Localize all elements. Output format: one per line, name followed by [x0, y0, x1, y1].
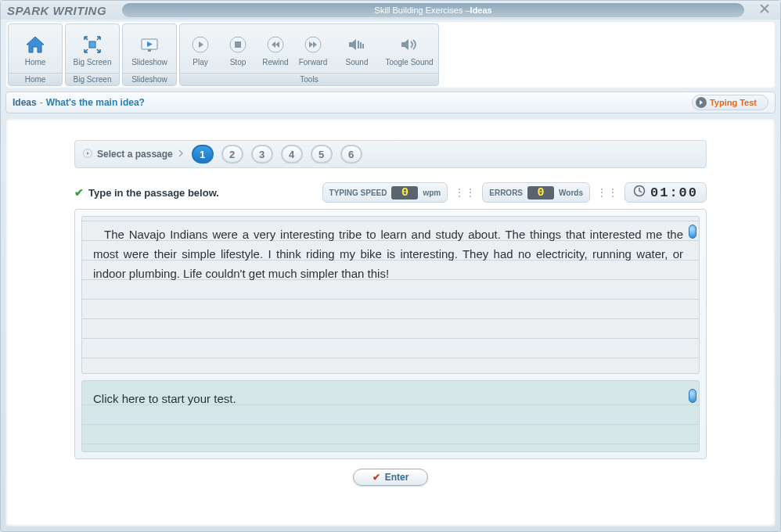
passage-panel: The Navajo Indians were a very interesti…: [81, 216, 700, 374]
toolbar: Home Home Big Screen Big Screen: [8, 23, 773, 86]
breadcrumb-question: What's the main idea?: [46, 97, 145, 108]
group-label-bigscreen: Big Screen: [66, 73, 119, 85]
chevron-right-icon: [178, 149, 184, 160]
group-label-home: Home: [9, 73, 62, 85]
app-title: SPARK WRITING: [7, 4, 106, 17]
typing-test-link[interactable]: Typing Test: [692, 95, 768, 110]
sound-label: Sound: [346, 58, 369, 66]
instruction-text: Type in the passage below.: [88, 187, 219, 199]
clock-icon: [633, 185, 646, 200]
slideshow-icon: [139, 34, 160, 56]
check-icon: ✔: [74, 186, 84, 199]
enter-row: ✔ Enter: [74, 469, 707, 486]
big-screen-button[interactable]: Big Screen: [67, 27, 117, 73]
stop-icon: [227, 34, 249, 56]
link-icon: ⋮⋮: [454, 186, 476, 199]
svg-rect-0: [89, 41, 95, 48]
group-label-slideshow: Slideshow: [123, 73, 176, 85]
home-button[interactable]: Home: [10, 27, 60, 73]
slideshow-label: Slideshow: [131, 58, 167, 66]
title-subtitle: Skill Building Exercises – Ideas: [122, 3, 744, 17]
instruction-row: ✔ Type in the passage below. TYPING SPEE…: [74, 182, 707, 203]
forward-icon: [302, 34, 324, 56]
selector-label: Select a passage: [97, 149, 173, 160]
panels-container: The Navajo Indians were a very interesti…: [74, 209, 707, 459]
breadcrumb-separator: -: [40, 97, 43, 108]
play-icon: [189, 34, 211, 56]
breadcrumb: Ideas - What's the main idea? Typing Tes…: [5, 92, 776, 113]
tool-group-bigscreen: Big Screen Big Screen: [65, 23, 120, 86]
rewind-label: Rewind: [262, 58, 288, 66]
scroll-handle-passage[interactable]: [689, 225, 696, 239]
play-button[interactable]: Play: [182, 27, 219, 73]
svg-rect-9: [360, 42, 362, 49]
sound-button[interactable]: Sound: [332, 27, 382, 73]
errors-label: ERRORS: [489, 189, 523, 197]
big-screen-label: Big Screen: [74, 58, 112, 66]
passage-num-2[interactable]: 2: [221, 145, 243, 164]
passage-num-5[interactable]: 5: [311, 145, 333, 164]
main-content: Select a passage 1 2 3 4 5 6 ✔ Type in t…: [5, 118, 776, 527]
forward-label: Forward: [299, 58, 328, 66]
link-icon-2: ⋮⋮: [596, 186, 618, 199]
toolbar-container: Home Home Big Screen Big Screen: [5, 21, 776, 88]
group-label-tools: Tools: [180, 73, 438, 85]
speed-unit: wpm: [423, 189, 441, 197]
slideshow-button[interactable]: Slideshow: [124, 27, 175, 73]
toggle-sound-icon: [398, 34, 420, 56]
scroll-handle-typing[interactable]: [689, 389, 696, 403]
toggle-sound-button[interactable]: Toogle Sound: [382, 27, 437, 73]
tool-group-slideshow: Slideshow Slideshow: [122, 23, 177, 86]
title-subtitle-topic: Ideas: [470, 5, 492, 15]
enter-check-icon: ✔: [373, 472, 380, 483]
passage-num-4[interactable]: 4: [281, 145, 303, 164]
typing-placeholder: Click here to start your test.: [93, 392, 236, 405]
typing-speed-box: TYPING SPEED 0 wpm: [322, 182, 448, 203]
passage-num-6[interactable]: 6: [340, 145, 362, 164]
fullscreen-icon: [81, 34, 103, 56]
svg-rect-10: [362, 44, 364, 49]
instruction: ✔ Type in the passage below.: [74, 186, 219, 199]
typing-test-label: Typing Test: [710, 98, 757, 107]
tool-group-home: Home Home: [8, 23, 63, 86]
sound-icon: [346, 34, 368, 56]
stats-cluster: TYPING SPEED 0 wpm ⋮⋮ ERRORS 0 Words ⋮⋮ …: [322, 182, 707, 203]
rewind-button[interactable]: Rewind: [257, 27, 294, 73]
breadcrumb-section: Ideas: [13, 97, 37, 108]
passage-text: The Navajo Indians were a very interesti…: [93, 228, 683, 280]
timer-value: 01:00: [650, 185, 698, 200]
close-icon[interactable]: [755, 2, 774, 19]
enter-button[interactable]: ✔ Enter: [353, 469, 429, 486]
svg-rect-2: [148, 49, 151, 52]
app-window: SPARK WRITING Skill Building Exercises –…: [0, 0, 781, 532]
errors-unit: Words: [559, 189, 583, 197]
forward-button[interactable]: Forward: [294, 27, 332, 73]
toggle-sound-label: Toogle Sound: [385, 58, 433, 66]
home-icon: [24, 34, 46, 56]
svg-rect-8: [358, 41, 359, 49]
home-label: Home: [25, 58, 46, 66]
speed-value: 0: [391, 186, 418, 200]
passage-num-1[interactable]: 1: [192, 145, 214, 164]
stop-button[interactable]: Stop: [219, 27, 257, 73]
selector-label-wrap: Select a passage: [83, 149, 184, 160]
timer-box: 01:00: [624, 182, 707, 203]
tool-group-tools: Play Stop Rewind: [179, 23, 439, 86]
passage-num-3[interactable]: 3: [251, 145, 273, 164]
typing-input[interactable]: Click here to start your test.: [81, 380, 700, 452]
errors-box: ERRORS 0 Words: [482, 182, 590, 203]
title-bar: SPARK WRITING Skill Building Exercises –…: [1, 1, 780, 20]
rewind-icon: [265, 34, 286, 56]
play-label: Play: [193, 58, 207, 66]
title-subtitle-prefix: Skill Building Exercises –: [374, 5, 470, 15]
arrow-right-icon: [696, 97, 707, 108]
stop-label: Stop: [230, 58, 247, 66]
enter-label: Enter: [385, 472, 409, 483]
speed-label: TYPING SPEED: [329, 189, 387, 197]
passage-selector: Select a passage 1 2 3 4 5 6: [74, 140, 707, 168]
errors-value: 0: [527, 186, 554, 200]
play-arrow-icon: [83, 149, 92, 160]
svg-rect-5: [235, 41, 241, 48]
